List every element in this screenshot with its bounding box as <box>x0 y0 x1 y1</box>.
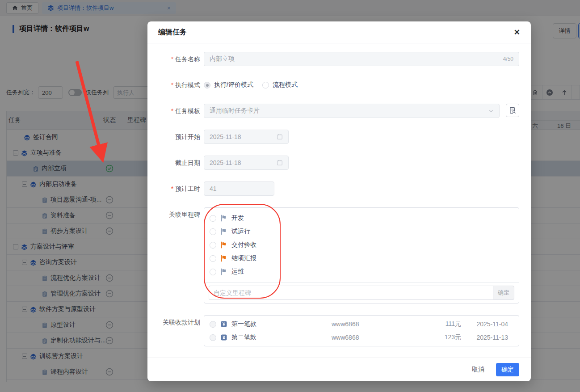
start-date-label: 预计开始 <box>158 130 204 144</box>
payment-radio[interactable] <box>210 321 216 328</box>
flag-icon <box>220 228 227 235</box>
chevron-down-icon <box>488 108 494 114</box>
dialog-body: 任务名称 内部立项 4/50 执行模式 执行/评价模式 流程模式 任务模板 通用… <box>147 43 531 346</box>
field-payments: 关联收款计划 第一笔款www6868111元2025-11-04第二笔款www6… <box>158 315 519 346</box>
calendar-icon <box>277 134 283 140</box>
payment-row[interactable]: 第二笔款www6868123元2025-11-13 <box>204 331 519 344</box>
payment-code: www6868 <box>332 334 430 341</box>
field-exec-mode: 执行模式 执行/评价模式 流程模式 <box>158 78 519 92</box>
milestone-option[interactable]: 结项汇报 <box>204 252 519 265</box>
milestone-radio[interactable] <box>210 228 216 235</box>
payment-row[interactable]: 第一笔款www6868111元2025-11-04 <box>204 317 519 331</box>
field-template: 任务模板 通用临时任务卡片 <box>158 104 519 118</box>
char-counter: 4/50 <box>503 56 513 62</box>
payments-box: 第一笔款www6868111元2025-11-04第二笔款www6868123元… <box>204 315 519 346</box>
payment-code: www6868 <box>332 320 430 328</box>
template-preview-button[interactable] <box>506 104 519 117</box>
milestone-option[interactable]: 交付验收 <box>204 238 519 252</box>
milestone-option[interactable]: 运维 <box>204 265 519 278</box>
payment-date: 2025-11-13 <box>461 334 508 341</box>
payment-radio[interactable] <box>210 334 216 341</box>
calendar-icon <box>277 160 283 166</box>
task-name-label: 任务名称 <box>158 52 204 66</box>
custom-milestone-confirm-button[interactable]: 确定 <box>493 286 514 300</box>
start-date-value: 2025-11-18 <box>210 133 277 140</box>
payment-date: 2025-11-04 <box>461 320 508 328</box>
task-name-input[interactable]: 内部立项 4/50 <box>204 52 519 66</box>
field-start-date: 预计开始 2025-11-18 <box>158 130 519 144</box>
document-search-icon <box>509 107 516 114</box>
payment-name: 第二笔款 <box>231 333 332 341</box>
custom-milestone-row: 确定 <box>204 282 519 303</box>
milestone-option[interactable]: 试运行 <box>204 225 519 238</box>
custom-milestone-input[interactable] <box>209 286 493 300</box>
payment-amount: 111元 <box>430 320 461 328</box>
template-select[interactable]: 通用临时任务卡片 <box>204 104 500 118</box>
milestone-radio[interactable] <box>210 255 216 262</box>
exec-eval-mode-label: 执行/评价模式 <box>214 81 253 89</box>
field-est-hours: 预计工时 41 <box>158 181 519 196</box>
radio-exec-eval-mode[interactable] <box>204 82 210 89</box>
edit-task-dialog: 编辑任务 ✕ 任务名称 内部立项 4/50 执行模式 执行/评价模式 流程模式 … <box>147 21 531 381</box>
task-name-value: 内部立项 <box>210 55 503 63</box>
milestone-name: 交付验收 <box>231 241 256 249</box>
milestone-name: 结项汇报 <box>231 254 256 262</box>
deadline-value: 2025-11-18 <box>210 159 277 166</box>
payment-icon <box>220 334 227 341</box>
milestone-name: 试运行 <box>231 228 250 236</box>
flag-icon <box>220 215 227 222</box>
payment-amount: 123元 <box>430 333 461 341</box>
milestone-name: 开发 <box>231 214 244 222</box>
payments-label: 关联收款计划 <box>158 315 204 346</box>
field-deadline: 截止日期 2025-11-18 <box>158 156 519 170</box>
milestones-box: 开发试运行交付验收结项汇报运维 确定 <box>204 207 519 303</box>
deadline-label: 截止日期 <box>158 156 204 170</box>
deadline-input[interactable]: 2025-11-18 <box>204 156 289 170</box>
est-hours-label: 预计工时 <box>158 181 204 196</box>
start-date-input[interactable]: 2025-11-18 <box>204 130 289 144</box>
milestones-label: 关联里程碑 <box>158 207 204 303</box>
payment-icon <box>220 320 227 328</box>
flow-mode-label: 流程模式 <box>273 81 298 89</box>
milestone-radio[interactable] <box>210 215 216 222</box>
confirm-button[interactable]: 确定 <box>496 363 519 376</box>
flag-icon <box>220 268 227 275</box>
flag-icon <box>220 241 227 249</box>
est-hours-input[interactable]: 41 <box>204 181 274 196</box>
dialog-header: 编辑任务 ✕ <box>147 21 531 43</box>
dialog-title: 编辑任务 <box>158 28 187 37</box>
milestone-radio[interactable] <box>210 242 216 249</box>
dialog-footer: 取消 确定 <box>147 358 531 381</box>
milestone-radio[interactable] <box>210 269 216 275</box>
radio-flow-mode[interactable] <box>262 82 269 89</box>
field-task-name: 任务名称 内部立项 4/50 <box>158 52 519 66</box>
close-icon[interactable]: ✕ <box>514 29 520 36</box>
milestone-option[interactable]: 开发 <box>204 211 519 225</box>
template-value: 通用临时任务卡片 <box>210 107 488 115</box>
milestone-name: 运维 <box>231 268 244 276</box>
field-milestones: 关联里程碑 开发试运行交付验收结项汇报运维 确定 <box>158 207 519 303</box>
est-hours-value: 41 <box>210 185 269 192</box>
template-label: 任务模板 <box>158 104 204 118</box>
payment-name: 第一笔款 <box>231 320 332 328</box>
cancel-button[interactable]: 取消 <box>472 366 484 374</box>
exec-mode-label: 执行模式 <box>158 78 204 92</box>
flag-icon <box>220 255 227 262</box>
